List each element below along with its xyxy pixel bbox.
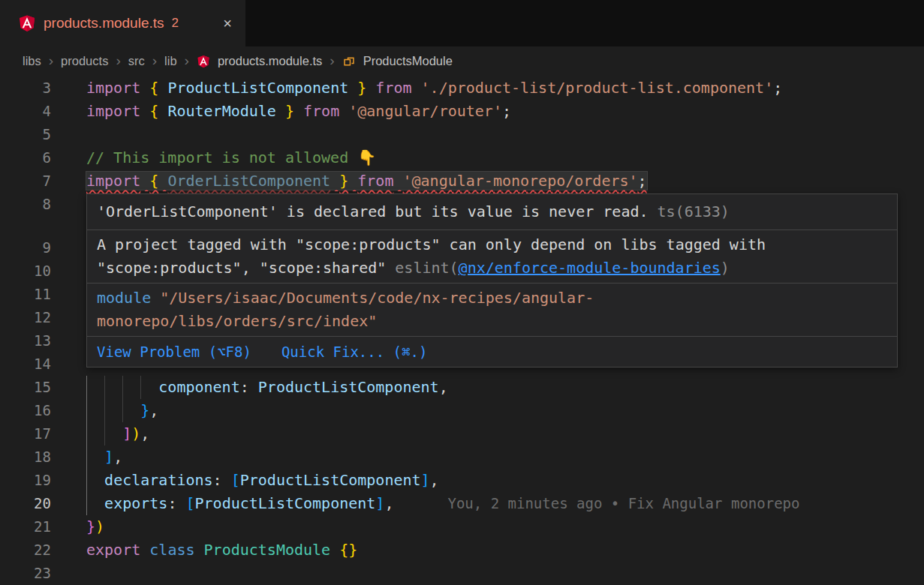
line-number: 21 bbox=[0, 515, 51, 538]
code-text: ]), bbox=[86, 422, 924, 446]
line-number: 18 bbox=[0, 446, 51, 469]
chevron-right-icon: › bbox=[330, 53, 334, 68]
close-icon[interactable]: × bbox=[223, 16, 232, 31]
code-text: }) bbox=[86, 515, 924, 538]
line-number: 7 bbox=[0, 170, 51, 193]
tab-bar: products.module.ts 2 × bbox=[0, 0, 924, 46]
line-number: 4 bbox=[0, 100, 51, 123]
eslint-message-line1: A project tagged with "scope:products" c… bbox=[97, 236, 766, 254]
code-text: import { RouterModule } from '@angular/r… bbox=[86, 100, 924, 123]
line-number: 12 bbox=[0, 306, 51, 329]
line-number: 16 bbox=[0, 399, 51, 422]
code-line[interactable]: 7import { OrderListComponent } from '@an… bbox=[0, 170, 924, 193]
angular-icon bbox=[18, 14, 36, 32]
code-text: exports: [ProductListComponent],You, 2 m… bbox=[86, 492, 924, 515]
line-number: 11 bbox=[0, 283, 51, 306]
code-line[interactable]: 20 exports: [ProductListComponent],You, … bbox=[0, 492, 924, 515]
breadcrumb-item-symbol[interactable]: ProductsModule bbox=[363, 54, 453, 68]
line-number: 14 bbox=[0, 352, 51, 376]
chevron-right-icon: › bbox=[152, 53, 157, 68]
code-text bbox=[86, 123, 924, 146]
code-line[interactable]: 23 bbox=[0, 562, 924, 585]
code-text bbox=[86, 562, 924, 585]
line-number: 19 bbox=[0, 469, 51, 492]
code-text: export class ProductsModule {} bbox=[86, 538, 924, 562]
line-number: 15 bbox=[0, 376, 51, 399]
breadcrumb-item-libs[interactable]: libs bbox=[23, 54, 41, 68]
code-text: // This import is not allowed 👇 bbox=[86, 146, 924, 170]
breadcrumb-item-lib[interactable]: lib bbox=[164, 54, 177, 68]
line-number: 5 bbox=[0, 123, 51, 146]
hover-actions: View Problem (⌥F8) Quick Fix... (⌘.) bbox=[87, 337, 897, 367]
code-line[interactable]: 17 ]), bbox=[0, 422, 924, 446]
chevron-right-icon: › bbox=[116, 53, 120, 68]
line-number: 20 bbox=[0, 492, 51, 515]
code-line[interactable]: 16 }, bbox=[0, 399, 924, 422]
line-number: 17 bbox=[0, 422, 51, 446]
line-number: 8 bbox=[0, 193, 51, 216]
line-number: 6 bbox=[0, 146, 51, 170]
module-path-line2: monorepo/libs/orders/src/index" bbox=[97, 312, 377, 330]
code-line[interactable]: 18 ], bbox=[0, 446, 924, 469]
breadcrumb-item-file[interactable]: products.module.ts bbox=[218, 54, 322, 68]
eslint-rule-link[interactable]: @nx/enforce-module-boundaries bbox=[459, 259, 721, 277]
hover-row-module-path: module"/Users/isaac/Documents/code/nx-re… bbox=[87, 284, 897, 337]
code-line[interactable]: 19 declarations: [ProductListComponent], bbox=[0, 469, 924, 492]
chevron-right-icon: › bbox=[49, 53, 53, 68]
code-line[interactable]: 21}) bbox=[0, 515, 924, 538]
eslint-source-suffix: ) bbox=[721, 259, 730, 277]
eslint-message-line2: "scope:products", "scope:shared" bbox=[97, 259, 386, 277]
code-text: component: ProductListComponent, bbox=[86, 376, 924, 399]
view-problem-action[interactable]: View Problem (⌥F8) bbox=[97, 340, 251, 363]
hover-popup: 'OrderListComponent' is declared but its… bbox=[86, 194, 898, 368]
hover-row-ts-error: 'OrderListComponent' is declared but its… bbox=[87, 194, 897, 230]
breadcrumb-item-src[interactable]: src bbox=[128, 54, 145, 68]
code-text: ], bbox=[86, 446, 924, 469]
line-number: 10 bbox=[0, 260, 51, 283]
code-line[interactable]: 22export class ProductsModule {} bbox=[0, 538, 924, 562]
module-path-line1: "/Users/isaac/Documents/code/nx-recipes/… bbox=[160, 289, 594, 307]
tab-problem-count: 2 bbox=[172, 16, 179, 31]
code-text: import { OrderListComponent } from '@ang… bbox=[86, 170, 924, 193]
tab-products-module[interactable]: products.module.ts 2 × bbox=[0, 0, 245, 46]
hover-row-eslint-error: A project tagged with "scope:products" c… bbox=[87, 230, 897, 284]
error-squiggle-range: import { OrderListComponent } from '@ang… bbox=[86, 172, 647, 190]
line-number: 9 bbox=[0, 236, 51, 260]
code-text: import { ProductListComponent } from './… bbox=[86, 76, 924, 100]
code-line[interactable]: 6// This import is not allowed 👇 bbox=[0, 146, 924, 170]
code-line[interactable]: 15 component: ProductListComponent, bbox=[0, 376, 924, 399]
git-blame-annotation: You, 2 minutes ago • Fix Angular monorep… bbox=[393, 495, 799, 512]
line-number: 3 bbox=[0, 76, 51, 100]
code-text: declarations: [ProductListComponent], bbox=[86, 469, 924, 492]
code-line[interactable]: 3import { ProductListComponent } from '.… bbox=[0, 76, 924, 100]
chevron-right-icon: › bbox=[185, 53, 189, 68]
breadcrumb-item-products[interactable]: products bbox=[61, 54, 108, 68]
code-text: }, bbox=[86, 399, 924, 422]
line-number: 13 bbox=[0, 329, 51, 352]
line-number: 23 bbox=[0, 562, 51, 585]
tab-label: products.module.ts bbox=[44, 15, 164, 32]
quick-fix-action[interactable]: Quick Fix... (⌘.) bbox=[281, 340, 427, 363]
ts-error-message: 'OrderListComponent' is declared but its… bbox=[97, 202, 649, 220]
code-line[interactable]: 4import { RouterModule } from '@angular/… bbox=[0, 100, 924, 123]
angular-icon bbox=[197, 54, 210, 68]
ts-error-source: ts(6133) bbox=[658, 202, 730, 220]
eslint-source-prefix: eslint( bbox=[395, 259, 458, 277]
line-number: 22 bbox=[0, 538, 51, 562]
breadcrumb: libs › products › src › lib › products.m… bbox=[0, 46, 924, 75]
code-line[interactable]: 5 bbox=[0, 123, 924, 146]
module-keyword: module bbox=[97, 289, 151, 307]
class-symbol-icon bbox=[342, 54, 356, 68]
